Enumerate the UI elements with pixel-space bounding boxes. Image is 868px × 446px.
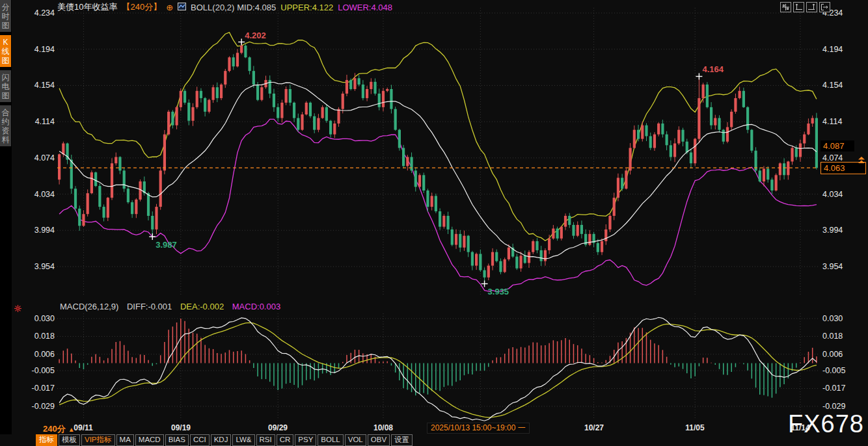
svg-text:4.194: 4.194 (822, 45, 843, 54)
svg-text:3.935: 3.935 (488, 287, 509, 296)
boll-label: BOLL(20,2) (191, 3, 234, 12)
macd-pane (59, 317, 817, 421)
toolbar-button-VIP指标[interactable]: VIP指标 (81, 434, 115, 446)
svg-text:4.034: 4.034 (34, 190, 55, 199)
boll-mid-value: MID:4.085 (237, 3, 276, 12)
toolbar-button-LW&[interactable]: LW& (232, 434, 254, 446)
toolbar-button-CR[interactable]: CR (277, 434, 294, 446)
indicator-star-icon[interactable] (14, 303, 21, 315)
time-axis: 240分▲ 2025/10/13 15:00~19:00 一 09/1109/1… (0, 422, 868, 434)
svg-text:4.164: 4.164 (702, 64, 724, 74)
svg-text:3.987: 3.987 (156, 240, 177, 250)
chart-type-sidebar: 分时图K线图闪电图合约资料 (0, 0, 12, 434)
svg-text:4.034: 4.034 (822, 190, 843, 199)
toolbar-button-RSI[interactable]: RSI (256, 434, 275, 446)
axis-left-icon[interactable] (793, 2, 804, 12)
svg-text:3.954: 3.954 (34, 262, 55, 271)
svg-text:4.154: 4.154 (34, 81, 55, 90)
sidebar-tab-kline[interactable]: K线图 (0, 35, 11, 67)
toolbar-button-BOLL[interactable]: BOLL (318, 434, 343, 446)
pan-tool-icon[interactable] (780, 2, 791, 12)
svg-text:4.234: 4.234 (34, 8, 55, 18)
svg-text:3.954: 3.954 (822, 262, 843, 271)
macd-diff-value: DIFF:-0.001 (127, 302, 172, 311)
chart-title-bar: 美债10年收益率 【240分】 ⊕ BOLL(20,2) MID:4.085 U… (57, 2, 397, 12)
fx678-watermark: FX678 (788, 410, 864, 438)
svg-text:-0.017: -0.017 (32, 384, 55, 393)
svg-text:-0.017: -0.017 (822, 384, 845, 393)
svg-text:-0.029: -0.029 (32, 402, 55, 411)
time-tick-09/11: 09/11 (62, 423, 104, 432)
target-icon[interactable]: ⊕ (166, 3, 173, 12)
toolbar-button-MACD[interactable]: MACD (135, 434, 164, 446)
period-tag: 【240分】 (122, 1, 161, 13)
svg-text:4.202: 4.202 (245, 31, 266, 40)
svg-text:0.018: 0.018 (822, 332, 843, 341)
macd-label: MACD(26,12,9) (60, 302, 118, 311)
toolbar-button-指标[interactable]: 指标 (36, 434, 57, 446)
svg-text:-0.005: -0.005 (822, 366, 845, 375)
toolbar-button-PSY[interactable]: PSY (295, 434, 316, 446)
boll-upper-value: UPPER:4.122 (280, 3, 333, 12)
svg-text:3.994: 3.994 (822, 226, 843, 235)
macd-dea-value: DEA:-0.002 (180, 302, 224, 311)
svg-text:4.074: 4.074 (822, 153, 843, 163)
svg-text:3.994: 3.994 (34, 226, 55, 235)
time-tick-09/29: 09/29 (257, 423, 299, 432)
instrument-title: 美债10年收益率 (57, 1, 117, 13)
toolbar-button-设置[interactable]: 设置 (391, 434, 413, 446)
boll-lower-value: LOWER:4.048 (338, 3, 392, 12)
prev-price-readout: 4.087 (821, 140, 854, 151)
toolbar-button-VOL[interactable]: VOL (345, 434, 366, 446)
svg-text:4.194: 4.194 (34, 45, 55, 54)
sidebar-tab-0[interactable]: 分时图 (0, 0, 11, 32)
macd-macd-value: MACD:0.003 (232, 302, 280, 311)
svg-text:4.154: 4.154 (822, 81, 843, 90)
macd-legend: MACD(26,12,9) DIFF:-0.001 DEA:-0.002 MAC… (60, 302, 286, 311)
svg-text:-0.005: -0.005 (32, 366, 55, 375)
svg-text:0.018: 0.018 (34, 332, 55, 341)
toolbar-button-MA[interactable]: MA (116, 434, 134, 446)
chart-toolbox (780, 2, 830, 12)
svg-text:4.114: 4.114 (35, 117, 55, 126)
chart-canvas[interactable]: 4.2344.2344.1944.1944.1544.1544.1144.114… (0, 0, 868, 421)
trading-app-window: 4.2344.2344.1944.1944.1544.1544.1144.114… (0, 0, 868, 446)
time-tick-10/08: 10/08 (362, 423, 404, 432)
svg-text:0.030: 0.030 (822, 314, 843, 323)
crosshair-date-readout: 2025/10/13 15:00~19:00 一 (427, 423, 530, 434)
sidebar-tab-2[interactable]: 闪电图 (0, 70, 11, 102)
toolbar-button-KDJ[interactable]: KDJ (211, 434, 232, 446)
time-tick-11/05: 11/05 (674, 423, 716, 432)
axis-right-icon[interactable] (806, 2, 817, 12)
svg-text:0.006: 0.006 (34, 350, 55, 359)
toolbar-button-BIAS[interactable]: BIAS (165, 434, 189, 446)
svg-text:4.114: 4.114 (822, 117, 842, 126)
sidebar-tab-3[interactable]: 合约资料 (0, 105, 11, 146)
svg-text:0.006: 0.006 (822, 350, 843, 359)
indicator-toolbar: 指标模板VIP指标MAMACDBIASCCIKDJLW&RSICRPSYBOLL… (36, 434, 414, 446)
mini-chart-icon[interactable] (178, 3, 186, 12)
svg-text:-0.029: -0.029 (822, 402, 845, 411)
pop-out-icon[interactable] (819, 2, 830, 12)
svg-text:0.030: 0.030 (34, 314, 55, 323)
scroll-to-latest-icon[interactable] (858, 154, 865, 166)
time-tick-10/27: 10/27 (573, 423, 615, 432)
time-tick-09/19: 09/19 (160, 423, 202, 432)
toolbar-button-模板[interactable]: 模板 (59, 434, 80, 446)
toolbar-button-OBV[interactable]: OBV (368, 434, 390, 446)
svg-text:4.074: 4.074 (34, 153, 55, 163)
toolbar-button-CCI[interactable]: CCI (190, 434, 210, 446)
